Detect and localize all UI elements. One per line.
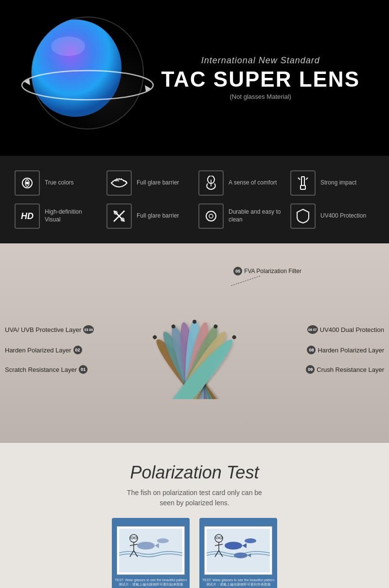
feature-full-glare: Full glare barrier [106,170,191,196]
label-crush: 09 Crush Resistance Layer [306,365,384,374]
feature-uv400: UV400 Protection [290,203,374,229]
feature-label-hd: High-definition Visual [45,208,99,223]
svg-point-24 [209,214,213,218]
hero-title: TAC SUPER LENS [161,69,360,90]
pol-caption-1: TEST: Wear glasses to see the beautiful … [113,577,189,588]
svg-point-9 [26,182,29,184]
feature-durable: Durable and easy to clean [198,203,283,229]
pol-image-2: TEST: Wear glasses to see the beautiful … [199,518,277,588]
full-glare2-icon-box [106,203,132,229]
hd-text: HD [21,211,34,221]
svg-point-34 [152,334,158,340]
num-02: 02 [73,346,82,354]
svg-rect-23 [206,211,216,221]
harden-right-text: Harden Polarized Layer [318,347,384,354]
label-uv400-dual: 06 07 UV400 Dual Protection [307,325,384,334]
layers-section: 05 FVA Polarization Filter UVA/ UVB Prot… [0,243,389,443]
true-colors-icon-box [15,170,40,196]
full-glare-icon-box [106,170,132,196]
uv400-icon-box [290,203,316,229]
feature-strong-impact: Strong impact [290,170,374,196]
harden-left-text: Harden Polarized Layer [5,347,71,354]
svg-line-17 [298,178,300,180]
feature-label-comfort: A sense of comfort [229,179,277,187]
feature-full-glare2: Full glare barrier [106,203,191,229]
svg-point-43 [157,538,169,543]
scratch-text: Scratch Resistance Layer [5,366,77,373]
crush-text: Crush Resistance Layer [317,366,384,373]
hero-text-block: International New Standard TAC SUPER LEN… [161,55,360,100]
hero-note: (Not glasses Material) [161,93,360,100]
feature-label-strong-impact: Strong impact [320,179,356,187]
features-grid: True colors Full glare barrier [15,170,374,229]
svg-point-2 [29,19,122,117]
num-08: 08 [307,346,316,354]
svg-rect-16 [301,185,305,189]
feature-label-full-glare: Full glare barrier [137,179,179,187]
svg-point-3 [51,37,85,56]
svg-line-39 [231,276,260,286]
label-harden-left: Harden Polarized Layer 02 [5,346,82,354]
feature-label-uv400: UV400 Protection [320,212,366,220]
feature-label-full-glare2: Full glare barrier [137,212,179,220]
feature-label-durable: Durable and easy to clean [229,208,283,223]
svg-point-53 [225,542,242,550]
pol-images: TEST: Wear glasses to see the beautiful … [19,518,370,588]
hd-icon-box: HD [15,203,40,229]
uva-uvb-text: UVA/ UVB Protective Layer [5,326,81,333]
svg-point-36 [193,320,196,324]
hero-section: International New Standard TAC SUPER LEN… [0,0,389,156]
pol-caption-2: TEST: Wear glasses to see the beautiful … [200,577,276,588]
lens-fan-svg [73,258,316,399]
svg-rect-15 [301,177,304,185]
pol-img-inner-2 [204,526,272,575]
svg-point-41 [137,542,155,550]
durable-icon-box [198,203,224,229]
num-09: 09 [306,365,315,374]
svg-line-18 [306,178,308,180]
label-scratch: Scratch Resistance Layer 01 [5,365,88,374]
strong-impact-icon-box [290,170,316,196]
comfort-icon-box [198,170,224,196]
label-uva-uvb: UVA/ UVB Protective Layer 03 04 [5,325,94,334]
pol-img-inner-1 [117,526,185,575]
uv400-dual-text: UV400 Dual Protection [320,326,384,333]
svg-rect-40 [119,529,182,572]
layers-content: 05 FVA Polarization Filter UVA/ UVB Prot… [0,253,389,428]
pol-desc: The fish on polarization test card only … [19,488,370,508]
pol-image-1: TEST: Wear glasses to see the beautiful … [112,518,190,588]
polarization-section: Polarization Test The fish on polarizati… [0,443,389,588]
features-section: True colors Full glare barrier [0,156,389,243]
svg-point-56 [234,552,248,558]
lens-image [19,10,156,146]
feature-label-true-colors: True colors [45,179,74,187]
feature-hd: HD High-definition Visual [15,203,99,229]
svg-point-55 [245,538,256,543]
svg-line-10 [117,178,117,179]
fva-line [231,274,260,288]
num-0304: 03 04 [83,325,94,334]
num-01: 01 [79,365,88,374]
label-harden-right: 08 Harden Polarized Layer [307,346,384,354]
num-0607: 06 07 [307,325,318,334]
feature-comfort: A sense of comfort [198,170,283,196]
svg-line-12 [121,178,122,179]
svg-point-38 [231,334,237,340]
feature-true-colors: True colors [15,170,99,196]
pol-title: Polarization Test [19,462,370,483]
hero-subtitle: International New Standard [161,55,360,66]
